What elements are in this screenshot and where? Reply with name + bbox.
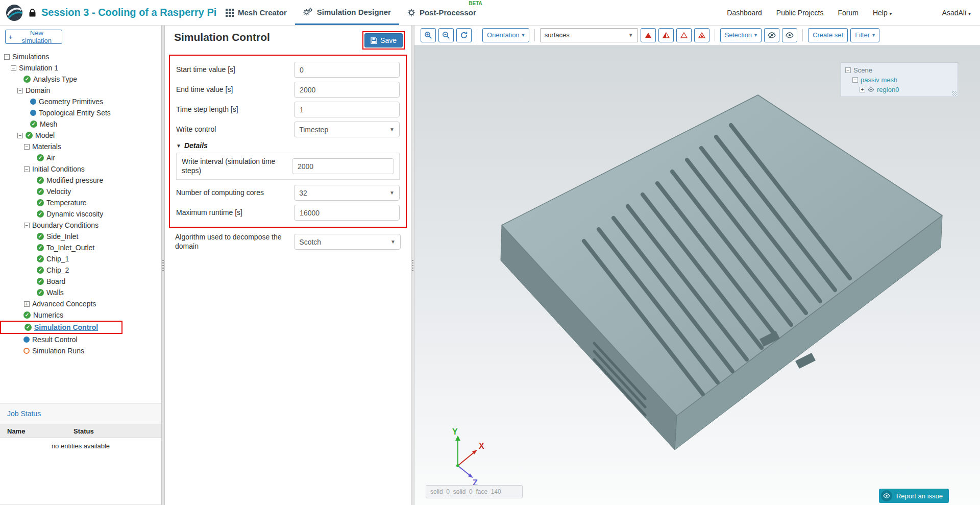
- filter-button[interactable]: Filter ▾: [850, 28, 879, 42]
- gear-icon: [407, 9, 415, 17]
- status-complete-icon: ✓: [23, 311, 31, 319]
- collapse-toggle[interactable]: −: [24, 144, 30, 150]
- tree-item-label: Dynamic viscosity: [46, 210, 103, 218]
- tree-item-chip-1[interactable]: ✓Chip_1: [0, 253, 161, 264]
- tree-item-result-control[interactable]: Result Control: [0, 334, 161, 345]
- details-expander[interactable]: ▼ Details: [176, 141, 400, 150]
- tree-item-to-inlet-outlet[interactable]: ✓To_Inlet_Outlet: [0, 242, 161, 253]
- eye-icon[interactable]: [868, 87, 874, 92]
- tree-item-label: Geometry Primitives: [39, 98, 103, 106]
- tree-item-walls[interactable]: ✓Walls: [0, 287, 161, 298]
- tree-item-geometry-primitives[interactable]: Geometry Primitives: [0, 96, 161, 107]
- refresh-view-button[interactable]: [456, 28, 472, 42]
- chevron-down-icon: ▾: [754, 32, 757, 38]
- field-label: Time step length [s]: [176, 105, 294, 114]
- tree-item-simulation-runs[interactable]: Simulation Runs: [0, 345, 161, 356]
- nav-dashboard[interactable]: Dashboard: [727, 9, 762, 17]
- collapse-toggle[interactable]: −: [17, 133, 23, 138]
- tree-item-materials[interactable]: −Materials: [0, 141, 161, 152]
- triangle-inner-icon: [698, 32, 705, 38]
- tree-item-velocity[interactable]: ✓Velocity: [0, 186, 161, 197]
- expand-toggle[interactable]: +: [860, 87, 865, 92]
- tab-simulation-designer[interactable]: Simulation Designer: [295, 0, 399, 25]
- tree-item-numerics[interactable]: ✓Numerics: [0, 309, 161, 321]
- selection-button[interactable]: Selection ▾: [720, 28, 762, 42]
- collapse-toggle[interactable]: −: [4, 54, 10, 60]
- highlight-inner-button[interactable]: [694, 28, 709, 42]
- report-eye-icon: [881, 490, 892, 501]
- triangle-down-icon: ▼: [176, 143, 181, 149]
- panel-splitter[interactable]: [411, 25, 414, 505]
- collapse-toggle[interactable]: −: [845, 67, 851, 73]
- tree-item-side-inlet[interactable]: ✓Side_Inlet: [0, 231, 161, 242]
- tree-item-model[interactable]: −✓Model: [0, 130, 161, 141]
- scene-tree-root[interactable]: − Scene: [845, 65, 953, 75]
- nav-public-projects[interactable]: Public Projects: [776, 9, 824, 17]
- tree-item-modified-pressure[interactable]: ✓Modified pressure: [0, 175, 161, 186]
- write-control-select[interactable]: Timestep ▼: [294, 122, 400, 137]
- tree-item-analysis-type[interactable]: ✓Analysis Type: [0, 74, 161, 85]
- show-all-button[interactable]: [782, 28, 797, 42]
- field-label: Start time value [s]: [176, 65, 294, 75]
- start-time-input[interactable]: [294, 62, 400, 78]
- viewer-canvas[interactable]: − Scene − passiv mesh + region0: [414, 45, 980, 505]
- end-time-input[interactable]: [294, 82, 400, 98]
- decompose-algorithm-select[interactable]: Scotch ▼: [294, 234, 401, 250]
- max-runtime-input[interactable]: [294, 205, 400, 221]
- report-issue-button[interactable]: Report an issue: [879, 489, 949, 503]
- tree-item-label: Modified pressure: [46, 176, 103, 184]
- raspberry-pi-case-model[interactable]: [414, 45, 980, 505]
- highlight-solid-button[interactable]: [641, 28, 656, 42]
- sidebar-splitter[interactable]: [161, 25, 165, 505]
- triangle-outline-icon: [680, 32, 688, 38]
- tree-item-advanced-concepts[interactable]: +Advanced Concepts: [0, 298, 161, 309]
- render-mode-select[interactable]: surfaces ▼: [540, 28, 638, 42]
- resize-handle[interactable]: [952, 91, 957, 96]
- zoom-fit-button[interactable]: [438, 28, 454, 42]
- tree-item-topological-entity-sets[interactable]: Topological Entity Sets: [0, 107, 161, 118]
- show-hidden-button[interactable]: [764, 28, 779, 42]
- tree-item-board[interactable]: ✓Board: [0, 276, 161, 287]
- triangle-half-icon: [663, 32, 670, 38]
- collapse-toggle[interactable]: −: [24, 223, 30, 228]
- tab-post-processor[interactable]: Post-Processor BETA: [399, 0, 484, 25]
- tree-item-simulations[interactable]: −Simulations: [0, 51, 161, 62]
- tree-item-dynamic-viscosity[interactable]: ✓Dynamic viscosity: [0, 208, 161, 220]
- refresh-icon: [460, 31, 468, 39]
- expand-toggle[interactable]: +: [24, 301, 30, 307]
- write-interval-input[interactable]: [292, 158, 394, 174]
- annotation-box-save: Save: [362, 31, 405, 50]
- zoom-in-button[interactable]: [421, 28, 436, 42]
- tree-item-label: Velocity: [46, 187, 71, 196]
- tree-item-mesh[interactable]: ✓Mesh: [0, 118, 161, 130]
- tree-item-simulation-1[interactable]: −Simulation 1: [0, 62, 161, 74]
- save-button[interactable]: Save: [364, 33, 403, 47]
- collapse-toggle[interactable]: −: [11, 65, 16, 71]
- orientation-button[interactable]: Orientation ▾: [482, 28, 529, 42]
- collapse-toggle[interactable]: −: [17, 88, 23, 93]
- app-logo-icon[interactable]: [5, 4, 23, 22]
- collapse-toggle[interactable]: −: [24, 166, 30, 172]
- tree-item-simulation-control[interactable]: ✓Simulation Control: [0, 321, 122, 334]
- tree-item-domain[interactable]: −Domain: [0, 85, 161, 96]
- highlight-outline-button[interactable]: [676, 28, 692, 42]
- create-set-button[interactable]: Create set: [808, 28, 848, 42]
- nav-forum[interactable]: Forum: [838, 9, 858, 17]
- new-simulation-button[interactable]: + New simulation: [5, 30, 62, 44]
- tree-item-initial-conditions[interactable]: −Initial Conditions: [0, 163, 161, 175]
- nav-help-menu[interactable]: Help ▾: [873, 9, 892, 17]
- tree-item-chip-2[interactable]: ✓Chip_2: [0, 264, 161, 276]
- highlight-half-button[interactable]: [658, 28, 674, 42]
- tree-item-boundary-conditions[interactable]: −Boundary Conditions: [0, 220, 161, 231]
- tree-item-air[interactable]: ✓Air: [0, 152, 161, 163]
- computing-cores-select[interactable]: 32 ▼: [294, 185, 400, 201]
- tab-mesh-creator[interactable]: Mesh Creator: [217, 0, 295, 25]
- tree-item-label: Domain: [26, 86, 50, 94]
- nav-user-menu[interactable]: AsadAli ▾: [942, 9, 971, 17]
- scene-tree-region[interactable]: + region0: [845, 85, 953, 94]
- form-row-cores: Number of computing cores 32 ▼: [176, 185, 400, 201]
- tree-item-temperature[interactable]: ✓Temperature: [0, 197, 161, 208]
- collapse-toggle[interactable]: −: [852, 77, 858, 83]
- time-step-input[interactable]: [294, 102, 400, 117]
- scene-tree-mesh[interactable]: − passiv mesh: [845, 75, 953, 85]
